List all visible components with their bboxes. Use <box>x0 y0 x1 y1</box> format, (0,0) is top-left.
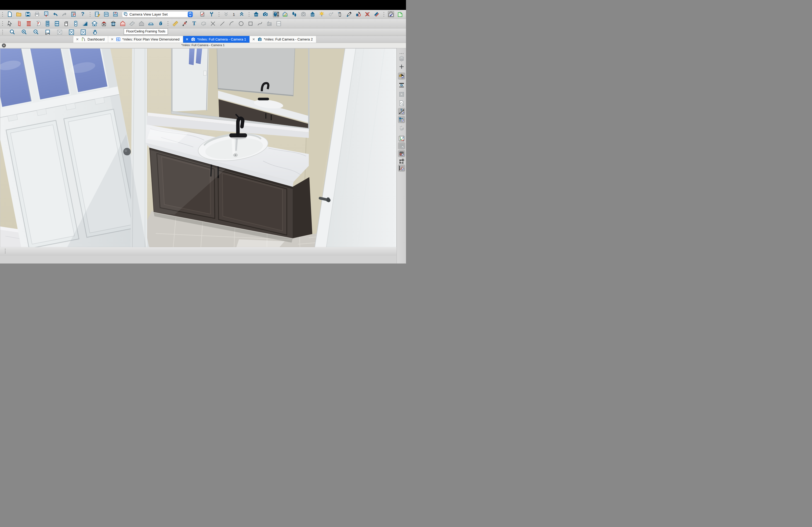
undo-zoom-tool[interactable] <box>45 29 51 35</box>
cross-marker-tool[interactable] <box>210 20 216 27</box>
text-with-arrow-tool[interactable] <box>182 20 188 27</box>
wall-framing-tool[interactable] <box>119 20 126 27</box>
dimension-tool[interactable] <box>172 20 178 27</box>
cabinet-tool[interactable] <box>63 20 70 27</box>
plan-preview-button[interactable] <box>398 100 405 107</box>
soffit-tool[interactable] <box>148 20 154 27</box>
angle-snaps-button[interactable] <box>398 165 405 172</box>
dormer-tool[interactable] <box>101 20 107 27</box>
tab-close-icon[interactable]: ✕ <box>252 37 256 41</box>
rebuild-3d-button[interactable] <box>398 81 405 89</box>
toggle-shadows-button[interactable] <box>364 11 371 17</box>
record-walkthrough-button[interactable] <box>300 11 307 17</box>
tab-close-icon[interactable]: ✕ <box>75 37 79 41</box>
final-view-button[interactable] <box>309 11 316 17</box>
print-button[interactable] <box>34 11 40 17</box>
fill-window-building-tool[interactable] <box>80 29 86 35</box>
open-plan-button[interactable] <box>16 11 22 17</box>
primitive-box-tool[interactable] <box>157 20 163 27</box>
layer-set-dropdown[interactable]: Camera View Layer Set <box>122 11 193 17</box>
full-overview-button[interactable] <box>253 11 259 17</box>
3d-camera-viewport[interactable] <box>0 48 396 247</box>
border-display-button[interactable] <box>398 91 405 98</box>
toolbar-separator <box>89 12 91 17</box>
save-plan-button[interactable] <box>25 11 31 17</box>
zoom-tool[interactable] <box>9 29 16 35</box>
toggle-sunlight-button[interactable] <box>328 11 334 17</box>
text-tool[interactable] <box>191 20 197 27</box>
tab--miles-floor-plan-view-dimensioned[interactable]: ✕*miles: Floor Plan View Dimensioned <box>108 36 183 43</box>
toggle-lights-button[interactable] <box>318 11 325 17</box>
auto-rebuild-button[interactable] <box>388 11 394 17</box>
tab-close-icon[interactable]: ✕ <box>110 37 114 41</box>
turret-tool[interactable] <box>110 20 117 27</box>
material-list-button[interactable] <box>397 11 403 17</box>
curved-wall-tool[interactable] <box>35 20 41 27</box>
color-chooser-button[interactable] <box>346 11 352 17</box>
adjust-view-button[interactable] <box>282 11 288 17</box>
material-eyedropper-button[interactable] <box>355 11 361 17</box>
roof-framing-tool[interactable] <box>138 20 145 27</box>
bottom-toolbar-strip <box>0 247 396 256</box>
railing-tool[interactable] <box>26 20 32 27</box>
fill-window-tool[interactable] <box>68 29 75 35</box>
tab--miles-full-camera-camera-2[interactable]: ✕*miles: Full Camera - Camera 2 <box>250 36 316 43</box>
tab-close-icon[interactable]: ✕ <box>185 37 189 41</box>
undo-button[interactable] <box>52 11 59 17</box>
zoom-in-tool[interactable] <box>21 29 27 35</box>
tab--miles-full-camera-camera-1[interactable]: ✕*miles: Full Camera - Camera 1 <box>183 36 250 43</box>
cad-detail-tool[interactable] <box>276 20 282 27</box>
window-tool[interactable] <box>54 20 60 27</box>
door-tool[interactable] <box>44 20 51 27</box>
cad-box-tool[interactable] <box>247 20 254 27</box>
default-settings-button[interactable] <box>208 11 215 17</box>
new-plan-button[interactable] <box>6 11 13 17</box>
save-camera-hd-button[interactable] <box>112 11 119 17</box>
full-camera-button[interactable] <box>262 11 269 17</box>
zoom-out-tool[interactable] <box>33 29 39 35</box>
project-browser-button[interactable] <box>70 11 77 17</box>
toggle-patterns-button[interactable] <box>373 11 380 17</box>
floor-ceiling-framing-tool[interactable] <box>129 20 135 27</box>
cad-spline-tool[interactable] <box>257 20 263 27</box>
redo-button[interactable] <box>61 11 68 17</box>
build-house-tool[interactable] <box>91 20 98 27</box>
layer-painter-button[interactable] <box>398 55 405 62</box>
sketch-polyline-tool[interactable] <box>200 20 207 27</box>
cad-circle-tool[interactable] <box>238 20 244 27</box>
mouse-orbit-mode-button[interactable] <box>273 11 279 17</box>
floor-down-button[interactable] <box>223 11 229 17</box>
print-preview-button[interactable] <box>43 11 49 17</box>
straight-wall-tool[interactable] <box>16 20 23 27</box>
walkthrough-button[interactable] <box>291 11 298 17</box>
grid-display-button[interactable] <box>398 142 405 149</box>
toolbar-separator <box>1 21 4 26</box>
show-axes-button[interactable] <box>398 135 405 142</box>
cad-line-tool[interactable] <box>219 20 226 27</box>
grid-snaps-button[interactable] <box>398 150 405 157</box>
electrical-tool[interactable] <box>73 20 79 27</box>
pan-tool[interactable] <box>92 29 98 35</box>
display-options-button[interactable] <box>199 11 206 17</box>
stairs-tool[interactable] <box>82 20 88 27</box>
elevation-tool[interactable] <box>266 20 273 27</box>
cad-arc-tool[interactable] <box>229 20 235 27</box>
spray-material-button[interactable] <box>337 11 343 17</box>
object-snaps-button[interactable] <box>398 157 405 165</box>
toolbar-drag-handle-icon[interactable] <box>5 249 6 253</box>
tab-dashboard[interactable]: ✕Dashboard <box>73 36 108 43</box>
arc-creation-button[interactable] <box>398 124 405 132</box>
temp-dimensions-button[interactable] <box>398 108 405 115</box>
select-objects-tool[interactable] <box>7 20 13 27</box>
floor-up-button[interactable] <box>238 11 245 17</box>
current-floor-indicator: 1 <box>232 12 236 17</box>
edit-active-camera-button[interactable] <box>94 11 100 17</box>
delete-temp-dimensions-button[interactable] <box>398 116 405 123</box>
save-active-camera-button[interactable] <box>103 11 110 17</box>
auto-rebuild-3d-button[interactable] <box>398 73 405 80</box>
main-toolbar: Camera View Layer Set1 <box>0 10 406 19</box>
fill-window-disabled-tool[interactable] <box>56 29 63 35</box>
zoom-plus-button[interactable] <box>398 63 405 70</box>
layer-set-stepper[interactable] <box>188 12 193 17</box>
help-button[interactable] <box>79 11 86 17</box>
